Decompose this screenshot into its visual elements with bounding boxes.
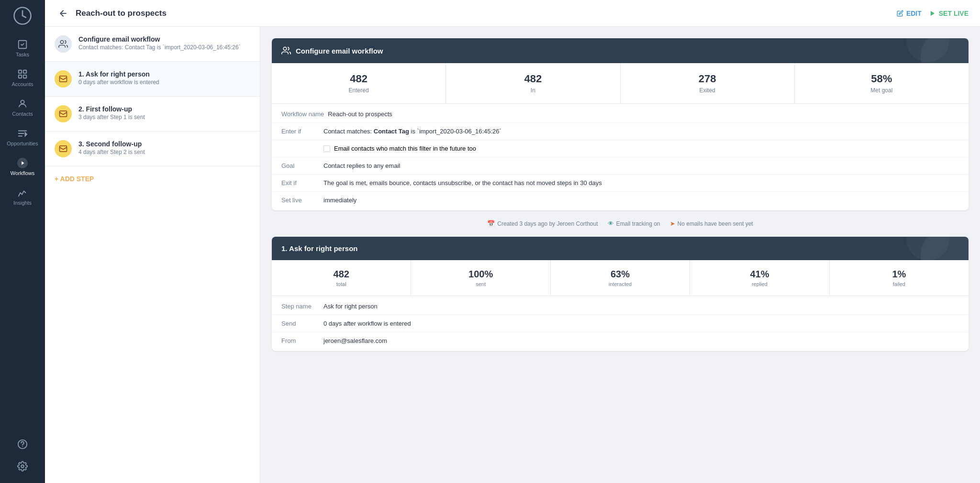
detail-key-exit-if: Exit if [281,179,320,187]
step-stat-sent: 100% sent [411,260,550,296]
detail-val-step-name: Ask for right person [323,303,959,310]
stat-met-goal: 58% Met goal [795,63,969,103]
back-button[interactable] [56,7,70,20]
svg-marker-7 [25,132,27,136]
stat-exited-label: Exited [626,87,789,94]
header-right: EDIT SET LIVE [897,10,969,17]
content-row: Configure email workflow Contact matches… [45,27,980,483]
sidebar-item-opportunities[interactable]: Opportunities [0,122,45,152]
meta-emails: ➤ No emails have been sent yet [670,220,753,227]
step-item-2[interactable]: 2. First follow-up 3 days after Step 1 i… [45,97,260,132]
page-title: Reach-out to prospects [76,9,167,18]
detail-set-live: Set live immediately [272,192,969,209]
step-stat-failed: 1% failed [830,260,969,296]
detail-goal: Goal Contact replies to any email [272,157,969,175]
detail-from: From jeroen@salesflare.com [272,332,969,349]
detail-key-workflow-name: Workflow name [281,110,324,118]
svg-rect-15 [60,111,67,117]
steps-panel: Configure email workflow Contact matches… [45,27,260,483]
step-3-name: 3. Second follow-up [78,140,250,148]
sidebar-item-accounts[interactable]: Accounts [0,63,45,93]
step-item-1[interactable]: 1. Ask for right person 0 days after wor… [45,62,260,97]
sidebar-label-opportunities: Opportunities [7,141,38,146]
header: Reach-out to prospects EDIT SET LIVE [45,0,980,27]
step-stat-failed-label: failed [835,281,964,287]
svg-point-6 [21,100,24,104]
configure-step-sub: Contact matches: Contact Tag is `import_… [78,44,250,51]
svg-rect-4 [19,75,22,78]
stat-entered-label: Entered [278,87,440,94]
stat-in-label: In [452,87,614,94]
step-stat-interacted: 63% interacted [551,260,690,296]
sidebar-item-help[interactable] [13,433,32,455]
detail-exit-if: Exit if The goal is met, emails bounce, … [272,175,969,192]
detail-step-name: Step name Ask for right person [272,298,969,315]
svg-rect-5 [23,75,26,78]
detail-val-enter-if: Contact matches: Contact Tag is `import_… [323,128,959,135]
svg-point-17 [283,47,287,51]
sidebar-item-settings[interactable] [13,455,32,477]
meta-tracking: 👁 Email tracking on [608,220,660,227]
configure-step-info: Configure email workflow Contact matches… [78,35,250,51]
add-step-button[interactable]: + ADD STEP [45,166,260,191]
set-live-button[interactable]: SET LIVE [929,10,969,17]
step-2-sub: 3 days after Step 1 is sent [78,114,250,121]
detail-key-send: Send [281,320,320,327]
checkbox-future-contacts: Email contacts who match this filter in … [323,145,476,152]
detail-key-enter-if: Enter if [281,128,320,135]
sidebar-item-workflows[interactable]: Workflows [0,152,45,182]
step-stats-row: 482 total 100% sent 63% interacted 41% r… [272,260,969,296]
detail-key-from: From [281,337,320,344]
step-stat-total-value: 482 [277,269,406,280]
step-3-sub: 4 days after Step 2 is sent [78,149,250,155]
sidebar-item-contacts[interactable]: Contacts [0,93,45,122]
meta-created: 📅 Created 3 days ago by Jeroen Corthout [487,220,598,227]
email-icon-2 [55,105,72,122]
set-live-label: SET LIVE [939,10,969,17]
stat-in: 482 In [446,63,620,103]
detail-panel: Configure email workflow 482 Entered 482… [260,27,980,483]
step-stat-failed-value: 1% [835,269,964,280]
sidebar-item-tasks[interactable]: Tasks [0,33,45,63]
step-card-1-title: 1. Ask for right person [281,244,357,252]
sidebar-label-contacts: Contacts [12,111,33,117]
detail-val-send: 0 days after workflow is entered [323,320,959,327]
svg-point-13 [60,41,64,44]
sidebar-label-workflows: Workflows [11,170,35,176]
step-1-info: 1. Ask for right person 0 days after wor… [78,70,250,86]
header-left: Reach-out to prospects [56,7,167,20]
workflow-stats-row: 482 Entered 482 In 278 Exited 58% Met go… [272,63,969,104]
stat-entered-value: 482 [278,73,440,85]
edit-button[interactable]: EDIT [897,10,922,17]
sidebar-label-tasks: Tasks [16,52,29,57]
step-stat-sent-label: sent [416,281,545,287]
detail-val-exit-if: The goal is met, emails bounce, contacts… [323,179,959,187]
checkbox-input[interactable] [323,145,330,152]
svg-marker-12 [931,11,935,16]
stat-exited-value: 278 [626,73,789,85]
meta-bar: 📅 Created 3 days ago by Jeroen Corthout … [272,218,969,229]
app-logo [12,6,33,26]
step-card-1-header: 1. Ask for right person [272,237,969,260]
detail-workflow-name: Workflow name Reach-out to prospects [272,106,969,123]
meta-emails-text: No emails have been sent yet [678,220,753,227]
step-2-name: 2. First follow-up [78,105,250,113]
step-item-3[interactable]: 3. Second follow-up 4 days after Step 2 … [45,132,260,166]
step-stat-interacted-value: 63% [556,269,685,280]
send-icon: ➤ [670,220,675,227]
configure-step-item[interactable]: Configure email workflow Contact matches… [45,27,260,62]
main-area: Reach-out to prospects EDIT SET LIVE [45,0,980,483]
stat-exited: 278 Exited [621,63,795,103]
meta-created-text: Created 3 days ago by Jeroen Corthout [497,220,598,227]
sidebar-label-accounts: Accounts [11,81,33,87]
detail-send: Send 0 days after workflow is entered [272,315,969,332]
eye-icon: 👁 [608,220,614,227]
sidebar-item-insights[interactable]: Insights [0,182,45,211]
step-stat-total-label: total [277,281,406,287]
edit-label: EDIT [906,10,922,17]
configure-step-name: Configure email workflow [78,35,250,43]
add-step-label: + ADD STEP [55,175,94,183]
detail-key-step-name: Step name [281,303,320,310]
detail-checkbox-row: Email contacts who match this filter in … [272,140,969,157]
detail-key-set-live: Set live [281,197,320,204]
